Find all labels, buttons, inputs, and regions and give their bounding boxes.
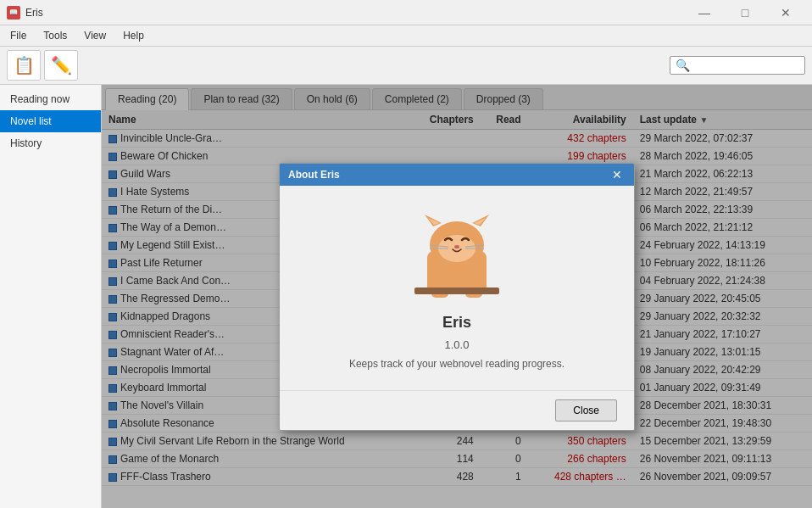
- sidebar-item-history[interactable]: History: [0, 132, 101, 154]
- maximize-button[interactable]: □: [726, 0, 765, 25]
- toolbar-buttons: 📋 ✏️: [7, 50, 78, 81]
- modal-description: Keeps track of your webnovel reading pro…: [349, 358, 565, 370]
- cat-mascot: [406, 213, 508, 300]
- cat-svg: [406, 213, 508, 298]
- about-modal: About Eris ✕: [279, 163, 635, 431]
- modal-app-name: Eris: [442, 314, 471, 332]
- title-bar: 📖 Eris — □ ✕: [0, 0, 812, 25]
- toolbar: 📋 ✏️ 🔍: [0, 47, 812, 85]
- modal-footer: Close: [280, 390, 634, 430]
- menu-file[interactable]: File: [3, 27, 33, 44]
- menu-help[interactable]: Help: [116, 27, 151, 44]
- svg-rect-14: [414, 287, 499, 294]
- sidebar: Reading now Novel list History: [0, 85, 102, 508]
- modal-overlay: About Eris ✕: [102, 85, 812, 508]
- app-icon: 📖: [7, 6, 20, 20]
- sidebar-item-reading-now[interactable]: Reading now: [0, 88, 101, 110]
- search-box: 🔍: [670, 56, 805, 75]
- modal-title: About Eris: [288, 169, 340, 181]
- close-button[interactable]: ✕: [766, 0, 805, 25]
- add-novel-button[interactable]: 📋: [7, 50, 41, 81]
- sidebar-item-novel-list[interactable]: Novel list: [0, 110, 101, 132]
- search-input[interactable]: [690, 59, 800, 71]
- edit-button[interactable]: ✏️: [44, 50, 78, 81]
- content-area: Reading (20) Plan to read (32) On hold (…: [102, 85, 812, 508]
- modal-x-button[interactable]: ✕: [609, 169, 626, 181]
- modal-close-button[interactable]: Close: [555, 399, 617, 421]
- window-controls: — □ ✕: [685, 0, 805, 25]
- menu-view[interactable]: View: [77, 27, 113, 44]
- menu-bar: File Tools View Help: [0, 25, 812, 47]
- title-bar-title: Eris: [25, 7, 43, 19]
- main-layout: Reading now Novel list History Reading (…: [0, 85, 812, 508]
- svg-point-7: [454, 245, 459, 248]
- modal-titlebar: About Eris ✕: [280, 164, 634, 186]
- menu-tools[interactable]: Tools: [36, 27, 74, 44]
- modal-body: Eris 1.0.0 Keeps track of your webnovel …: [280, 186, 634, 390]
- search-icon: 🔍: [676, 59, 690, 72]
- modal-version: 1.0.0: [445, 338, 470, 351]
- minimize-button[interactable]: —: [685, 0, 724, 25]
